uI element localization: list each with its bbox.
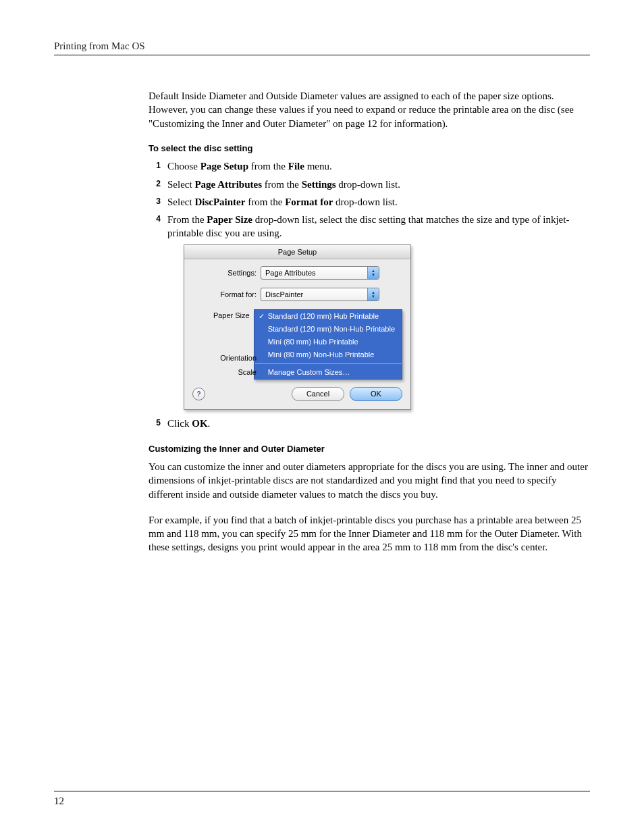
term-ok: OK bbox=[192, 418, 207, 429]
term-paper-size: Paper Size bbox=[207, 214, 252, 225]
body-paragraph: You can customize the inner and outer di… bbox=[149, 460, 590, 501]
step-text: Select bbox=[167, 197, 194, 207]
term-page-setup: Page Setup bbox=[200, 161, 248, 172]
step-text: Select bbox=[167, 179, 194, 190]
page-footer: 12 bbox=[54, 791, 590, 807]
section-header: Printing from Mac OS bbox=[54, 41, 590, 52]
step-number: 4 bbox=[149, 213, 161, 224]
step-number: 1 bbox=[149, 160, 161, 171]
step-text: drop-down list. bbox=[336, 179, 400, 190]
step-text: . bbox=[208, 418, 211, 429]
intro-paragraph: Default Inside Diameter and Outside Diam… bbox=[149, 89, 590, 130]
step-text: from the bbox=[248, 161, 288, 172]
step-text: drop-down list. bbox=[333, 197, 397, 207]
step-text: menu. bbox=[304, 161, 332, 172]
step-3: 3 Select DiscPainter from the Format for… bbox=[149, 195, 590, 209]
step-2: 2 Select Page Attributes from the Settin… bbox=[149, 178, 590, 191]
term-settings: Settings bbox=[302, 179, 336, 190]
cancel-button[interactable]: Cancel bbox=[292, 387, 344, 401]
menu-item[interactable]: Standard (120 mm) Non-Hub Printable bbox=[254, 323, 402, 336]
procedure-heading: To select the disc setting bbox=[149, 142, 590, 155]
step-text: Choose bbox=[167, 161, 200, 172]
label-paper-size: Paper Size bbox=[192, 309, 254, 321]
menu-separator bbox=[254, 363, 402, 364]
step-text: Click bbox=[167, 418, 192, 429]
step-text: From the bbox=[167, 214, 207, 225]
step-number: 2 bbox=[149, 178, 161, 189]
term-page-attributes: Page Attributes bbox=[194, 179, 262, 190]
term-discpainter: DiscPainter bbox=[194, 197, 245, 207]
settings-value: Page Attributes bbox=[265, 268, 316, 278]
step-5: 5 Click OK. bbox=[149, 417, 590, 430]
label-settings: Settings: bbox=[192, 266, 261, 278]
step-text: from the bbox=[245, 197, 285, 207]
menu-item[interactable]: Standard (120 mm) Hub Printable bbox=[254, 310, 402, 323]
procedure-steps: 1 Choose Page Setup from the File menu. … bbox=[149, 159, 590, 430]
format-for-popup[interactable]: DiscPainter ▲▼ bbox=[261, 288, 379, 301]
label-format-for: Format for: bbox=[192, 288, 261, 300]
step-1: 1 Choose Page Setup from the File menu. bbox=[149, 159, 590, 173]
settings-popup[interactable]: Page Attributes ▲▼ bbox=[261, 266, 379, 280]
step-number: 3 bbox=[149, 196, 161, 207]
menu-item[interactable]: Mini (80 mm) Hub Printable bbox=[254, 336, 402, 348]
menu-item[interactable]: Mini (80 mm) Non-Hub Printable bbox=[254, 348, 402, 361]
page-number: 12 bbox=[54, 796, 590, 807]
help-button[interactable]: ? bbox=[192, 388, 205, 400]
popup-arrows-icon: ▲▼ bbox=[367, 288, 379, 301]
dialog-title: Page Setup bbox=[184, 245, 410, 260]
step-text: from the bbox=[262, 179, 302, 190]
header-rule bbox=[54, 55, 590, 55]
step-number: 5 bbox=[149, 417, 161, 428]
body-paragraph: For example, if you find that a batch of… bbox=[149, 513, 590, 554]
term-file: File bbox=[288, 161, 304, 172]
step-4: 4 From the Paper Size drop-down list, se… bbox=[149, 213, 590, 410]
ok-button[interactable]: OK bbox=[350, 387, 402, 401]
popup-arrows-icon: ▲▼ bbox=[367, 267, 379, 279]
menu-item-manage-sizes[interactable]: Manage Custom Sizes… bbox=[254, 366, 402, 379]
page-setup-dialog: Page Setup Settings: Page Attributes ▲▼ … bbox=[184, 244, 411, 411]
paper-size-menu[interactable]: Standard (120 mm) Hub Printable Standard… bbox=[254, 309, 402, 379]
term-format-for: Format for bbox=[285, 197, 333, 207]
subsection-heading: Customizing the Inner and Outer Diameter bbox=[149, 443, 590, 455]
format-for-value: DiscPainter bbox=[265, 290, 303, 300]
